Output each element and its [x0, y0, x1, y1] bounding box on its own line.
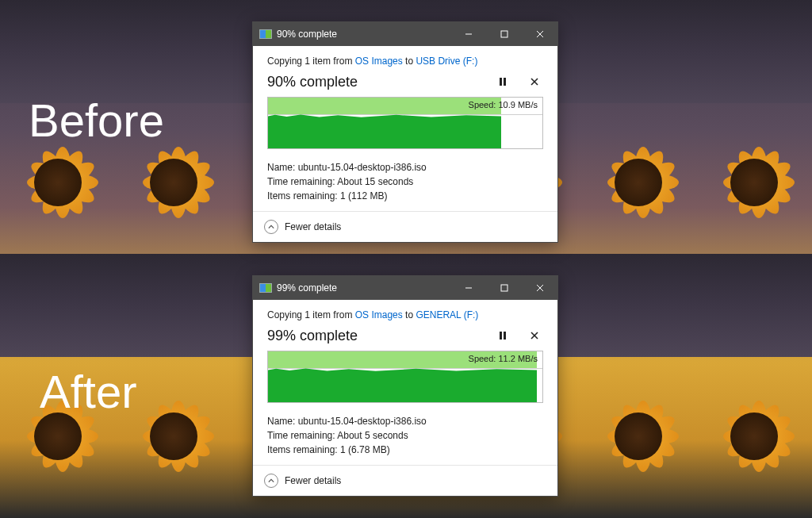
chevron-up-icon[interactable]	[264, 220, 278, 234]
copying-prefix: Copying 1 item from	[267, 309, 355, 320]
detail-items: Items remaining: 1 (112 MB)	[267, 189, 543, 203]
destination-link[interactable]: GENERAL (F:)	[416, 309, 478, 320]
close-button[interactable]	[522, 276, 557, 300]
pause-button[interactable]	[494, 73, 511, 90]
details-block: Name: ubuntu-15.04-desktop-i386.iso Time…	[267, 414, 543, 457]
svg-rect-1	[501, 31, 508, 37]
detail-time: Time remaining: About 5 seconds	[267, 428, 543, 443]
detail-time: Time remaining: About 15 seconds	[267, 175, 543, 189]
source-link[interactable]: OS Images	[355, 309, 403, 320]
percent-complete-text: 90% complete	[267, 74, 480, 90]
titlebar[interactable]: 99% complete	[253, 276, 557, 300]
svg-rect-13	[504, 332, 506, 340]
detail-name: Name: ubuntu-15.04-desktop-i386.iso	[267, 414, 543, 428]
percent-complete-text: 99% complete	[267, 328, 480, 344]
close-button[interactable]	[522, 22, 557, 46]
minimize-button[interactable]	[450, 276, 486, 300]
pause-button[interactable]	[494, 327, 511, 344]
copy-dialog-after: 99% complete Copying 1 item from OS Imag…	[252, 275, 558, 497]
titlebar-text: 90% complete	[277, 29, 450, 40]
cancel-button[interactable]	[526, 73, 543, 90]
maximize-button[interactable]	[486, 276, 522, 300]
speed-graph: Speed: 11.2 MB/s	[267, 351, 543, 403]
percent-row: 99% complete	[267, 327, 543, 344]
destination-link[interactable]: USB Drive (F:)	[416, 56, 477, 67]
copy-window-icon	[259, 29, 272, 39]
graph-progress-band	[268, 98, 501, 114]
copying-mid: to	[403, 56, 416, 67]
dialog-body: Copying 1 item from OS Images to USB Dri…	[253, 46, 557, 211]
dialog-footer: Fewer details	[253, 211, 557, 242]
copy-window-icon	[259, 283, 272, 293]
copying-mid: to	[403, 309, 416, 320]
after-label: After	[40, 365, 137, 418]
copying-prefix: Copying 1 item from	[267, 56, 355, 67]
dialog-body: Copying 1 item from OS Images to GENERAL…	[253, 300, 557, 465]
speed-label: Speed: 10.9 MB/s	[469, 100, 538, 109]
copying-line: Copying 1 item from OS Images to GENERAL…	[267, 309, 543, 320]
copying-line: Copying 1 item from OS Images to USB Dri…	[267, 56, 543, 67]
detail-items: Items remaining: 1 (6.78 MB)	[267, 443, 543, 457]
svg-rect-9	[501, 285, 508, 291]
graph-speed-area	[268, 114, 501, 148]
svg-rect-12	[500, 332, 502, 340]
comparison-canvas: Before After 90% complete Copying 1 item…	[0, 0, 812, 518]
graph-speed-area	[268, 368, 537, 402]
titlebar[interactable]: 90% complete	[253, 22, 557, 46]
graph-divider	[268, 114, 542, 115]
titlebar-text: 99% complete	[277, 282, 450, 294]
speed-graph: Speed: 10.9 MB/s	[267, 97, 543, 149]
chevron-up-icon[interactable]	[264, 474, 278, 488]
fewer-details-link[interactable]: Fewer details	[285, 475, 341, 486]
minimize-button[interactable]	[450, 22, 486, 46]
percent-row: 90% complete	[267, 73, 543, 90]
dialog-footer: Fewer details	[253, 465, 557, 496]
before-label: Before	[29, 94, 164, 147]
graph-divider	[268, 368, 542, 369]
svg-rect-5	[504, 78, 506, 86]
fewer-details-link[interactable]: Fewer details	[285, 221, 341, 232]
cancel-button[interactable]	[526, 327, 543, 344]
svg-rect-4	[500, 78, 502, 86]
source-link[interactable]: OS Images	[355, 56, 403, 67]
detail-name: Name: ubuntu-15.04-desktop-i386.iso	[267, 160, 543, 175]
copy-dialog-before: 90% complete Copying 1 item from OS Imag…	[252, 21, 558, 243]
maximize-button[interactable]	[486, 22, 522, 46]
speed-label: Speed: 11.2 MB/s	[469, 354, 538, 363]
details-block: Name: ubuntu-15.04-desktop-i386.iso Time…	[267, 160, 543, 203]
